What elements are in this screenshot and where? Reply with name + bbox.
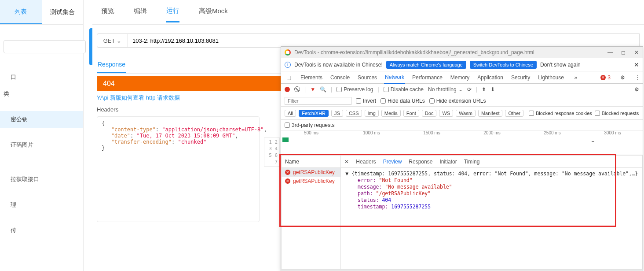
throttle-select[interactable]: No throttling ⌄ [428,86,463,93]
disable-cache-checkbox[interactable]: Disable cache [384,86,424,93]
devtools-window: DevTools - chrome-extension://immpliiaii… [281,46,643,271]
tab-network[interactable]: Network [384,71,405,84]
request-row-1[interactable]: ✕ getRSAPublicKey [282,177,340,186]
preview-json: ▼ {timestamp: 1697555287255, status: 404… [341,168,642,269]
type-ws[interactable]: WS [439,110,453,117]
sidebar-item-7[interactable] [0,162,83,171]
type-font[interactable]: Font [403,110,419,117]
detail-tab-initiator[interactable]: Initiator [439,159,457,165]
network-filter-input[interactable] [285,97,351,105]
close-button[interactable]: ✕ [634,49,639,56]
type-other[interactable]: Other [505,110,523,117]
clear-button[interactable] [294,86,300,92]
search-icon[interactable]: 🔍 [320,86,326,93]
error-badge[interactable]: ✕3 [600,74,611,81]
url-input[interactable] [128,33,640,48]
sidebar-item-10[interactable]: 理 [0,197,83,213]
tab-sources[interactable]: Sources [357,72,378,83]
hide-data-urls-checkbox[interactable]: Hide data URLs [381,98,425,104]
timeline-marker-1 [282,137,289,142]
sidebar-item-6[interactable] [0,153,83,162]
sidebar-item-1[interactable]: 类 [0,85,83,102]
body-line-gutter: 1 2 3 4 5 6 7 [264,137,280,167]
sidebar-item-3[interactable]: 密公钥 [0,111,83,128]
network-timeline[interactable]: 500 ms 1000 ms 1500 ms 2000 ms 2500 ms 3… [281,130,643,155]
sidebar-item-5[interactable]: 证码图片 [0,137,83,153]
tab-lighthouse[interactable]: Lighthouse [537,72,565,83]
info-icon: i [285,62,291,68]
tl-1500: 1500 ms [402,130,462,135]
third-party-checkbox[interactable]: 3rd-party requests [285,122,334,128]
tl-1000: 1000 ms [341,130,402,135]
method-select[interactable]: GET ⌄ [97,33,128,48]
tab-preview[interactable]: 预览 [101,7,114,22]
sidebar-item-0[interactable]: 口 [0,69,83,85]
error-icon: ✕ [285,170,290,175]
minimize-button[interactable]: — [607,49,613,56]
request-row-0[interactable]: ✕ getRSAPublicKey [282,168,340,177]
tl-3000: 3000 ms [582,130,643,135]
tab-elements[interactable]: Elements [300,72,323,83]
type-all[interactable]: All [285,110,296,117]
network-conditions-icon[interactable]: ⟳ [467,86,472,93]
sidebar: 列表 测试集合 添加分类 口 类 密公钥 证码图片 拉获取接口 理 传 [0,0,84,271]
tab-console[interactable]: Console [329,72,351,83]
tab-mock[interactable]: 高级Mock [199,7,228,22]
error-icon: ✕ [285,178,290,184]
detail-tab-timing[interactable]: Timing [464,159,480,165]
sidebar-item-12[interactable]: 传 [0,222,83,239]
dont-show-link[interactable]: Don't show again [540,62,581,68]
inspect-icon[interactable]: ⬚ [284,74,293,81]
blocked-requests-checkbox[interactable]: Blocked requests [595,111,639,116]
filter-icon[interactable]: ▼ [310,86,315,93]
sidebar-item-2[interactable] [0,102,83,111]
type-doc[interactable]: Doc [422,110,437,117]
gear-icon[interactable]: ⚙ [620,74,625,81]
detail-close-icon[interactable]: ✕ [344,159,349,165]
sidebar-tab-list[interactable]: 列表 [0,0,42,24]
chevron-down-icon: ⌄ [458,86,463,93]
sidebar-search-input[interactable] [4,40,86,53]
sidebar-item-4[interactable] [0,128,83,137]
maximize-button[interactable]: ◻ [621,49,626,56]
lang-message: DevTools is now available in Chinese! [294,62,383,68]
detail-tab-preview[interactable]: Preview [383,159,402,165]
always-match-button[interactable]: Always match Chrome's language [386,61,466,69]
tab-performance[interactable]: Performance [411,72,443,83]
request-name: getRSAPublicKey [293,169,335,175]
tab-run[interactable]: 运行 [166,7,179,22]
tab-memory[interactable]: Memory [450,72,470,83]
type-media[interactable]: Media [381,110,401,117]
sidebar-item-8[interactable]: 拉获取接口 [0,171,83,188]
tab-application[interactable]: Application [476,72,504,83]
type-css[interactable]: CSS [346,110,362,117]
lang-close-icon[interactable]: ✕ [634,61,639,68]
type-wasm[interactable]: Wasm [456,110,476,117]
devtools-title: DevTools - chrome-extension://immpliiaii… [294,49,534,56]
blocked-cookies-checkbox[interactable]: Blocked response cookies [529,111,592,116]
kebab-icon[interactable]: ⋮ [635,74,640,81]
hide-ext-urls-checkbox[interactable]: Hide extension URLs [429,98,486,104]
tl-2500: 2500 ms [522,130,582,135]
record-button[interactable] [285,87,290,92]
preserve-log-checkbox[interactable]: Preserve log [337,86,373,93]
download-icon[interactable]: ⬇ [490,86,495,93]
tab-edit[interactable]: 编辑 [134,7,147,22]
sidebar-tab-collection[interactable]: 测试集合 [42,0,84,24]
network-gear-icon[interactable]: ⚙ [634,86,639,93]
type-manifest[interactable]: Manifest [478,110,503,117]
type-fetch-xhr[interactable]: Fetch/XHR [299,110,329,117]
type-img[interactable]: Img [365,110,379,117]
response-tab[interactable]: Response [97,56,126,73]
invert-checkbox[interactable]: Invert [356,98,376,104]
more-tabs-icon[interactable]: » [571,74,581,81]
detail-tab-headers[interactable]: Headers [356,159,376,165]
tab-security[interactable]: Security [510,72,531,83]
detail-tab-response[interactable]: Response [409,159,432,165]
sidebar-item-11[interactable] [0,213,83,222]
tl-2000: 2000 ms [462,130,522,135]
upload-icon[interactable]: ⬆ [482,86,486,93]
sidebar-item-9[interactable] [0,188,83,197]
type-js[interactable]: JS [331,110,343,117]
switch-chinese-button[interactable]: Switch DevTools to Chinese [470,61,537,69]
